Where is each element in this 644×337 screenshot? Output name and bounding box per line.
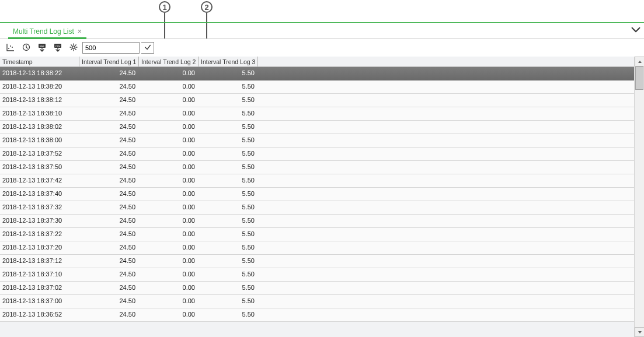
tab-multi-trend-log-list[interactable]: Multi Trend Log List × — [8, 25, 86, 39]
cell-trend-log-2: 0.00 — [139, 228, 199, 241]
scroll-down-button[interactable] — [635, 327, 644, 337]
cell-trend-log-3: 5.50 — [199, 161, 258, 174]
cell-trend-log-3: 5.50 — [199, 94, 258, 107]
apply-count-button[interactable] — [141, 42, 154, 54]
cell-trend-log-3: 5.50 — [199, 67, 258, 80]
cell-timestamp: 2018-12-13 18:36:52 — [0, 308, 79, 321]
cell-trend-log-2: 0.00 — [139, 255, 199, 268]
col-header-timestamp[interactable]: Timestamp — [0, 57, 79, 67]
table-row[interactable]: 2018-12-13 18:37:2024.500.005.50 — [0, 241, 634, 255]
cell-trend-log-3: 5.50 — [199, 215, 258, 227]
table-row[interactable]: 2018-12-13 18:37:4224.500.005.50 — [0, 174, 634, 188]
table-row[interactable]: 2018-12-13 18:36:5224.500.005.50 — [0, 308, 634, 322]
cell-trend-log-1: 24.50 — [79, 188, 139, 201]
cell-timestamp: 2018-12-13 18:38:12 — [0, 94, 79, 107]
svg-point-0 — [8, 48, 9, 49]
cell-timestamp: 2018-12-13 18:38:10 — [0, 107, 79, 120]
cell-trend-log-1: 24.50 — [79, 148, 139, 160]
col-header-trend-log-1[interactable]: Interval Trend Log 1 — [79, 57, 139, 67]
cell-trend-log-2: 0.00 — [139, 308, 199, 321]
table-row[interactable]: 2018-12-13 18:38:2224.500.005.50 — [0, 67, 634, 80]
cell-timestamp: 2018-12-13 18:37:00 — [0, 295, 79, 308]
svg-text:CSV: CSV — [55, 44, 61, 47]
table-row[interactable]: 2018-12-13 18:38:1224.500.005.50 — [0, 94, 634, 107]
table-row[interactable]: 2018-12-13 18:38:0024.500.005.50 — [0, 134, 634, 148]
table-row[interactable]: 2018-12-13 18:38:2024.500.005.50 — [0, 80, 634, 94]
record-count-input[interactable] — [82, 42, 140, 54]
table-row[interactable]: 2018-12-13 18:38:0224.500.005.50 — [0, 121, 634, 134]
cell-timestamp: 2018-12-13 18:37:40 — [0, 188, 79, 201]
cell-trend-log-2: 0.00 — [139, 201, 199, 214]
cell-timestamp: 2018-12-13 18:37:32 — [0, 201, 79, 214]
cell-trend-log-1: 24.50 — [79, 268, 139, 281]
cell-trend-log-2: 0.00 — [139, 174, 199, 187]
vertical-scrollbar[interactable] — [634, 57, 644, 337]
table-row[interactable]: 2018-12-13 18:37:5024.500.005.50 — [0, 161, 634, 174]
tab-bar: Multi Trend Log List × — [0, 23, 644, 39]
settings-button[interactable] — [67, 41, 81, 55]
scroll-thumb[interactable] — [635, 66, 643, 90]
cell-trend-log-3: 5.50 — [199, 107, 258, 120]
cell-trend-log-1: 24.50 — [79, 161, 139, 174]
cell-trend-log-2: 0.00 — [139, 295, 199, 308]
cell-trend-log-3: 5.50 — [199, 188, 258, 201]
col-header-trend-log-2[interactable]: Interval Trend Log 2 — [139, 57, 199, 67]
tab-close-button[interactable]: × — [78, 27, 82, 36]
export-csv-button[interactable]: CSV — [51, 41, 65, 55]
csv-export-icon: CSV — [53, 43, 62, 54]
cell-timestamp: 2018-12-13 18:37:42 — [0, 174, 79, 187]
cell-timestamp: 2018-12-13 18:38:02 — [0, 121, 79, 134]
main-panel: Multi Trend Log List × XML — [0, 22, 644, 337]
tab-overflow-button[interactable] — [631, 25, 640, 34]
table-row[interactable]: 2018-12-13 18:37:2224.500.005.50 — [0, 228, 634, 241]
table-row[interactable]: 2018-12-13 18:37:0224.500.005.50 — [0, 282, 634, 295]
export-xml-button[interactable]: XML — [35, 41, 49, 55]
cell-trend-log-2: 0.00 — [139, 161, 199, 174]
cell-timestamp: 2018-12-13 18:37:52 — [0, 148, 79, 160]
time-range-button[interactable] — [19, 41, 33, 55]
table-row[interactable]: 2018-12-13 18:37:3224.500.005.50 — [0, 201, 634, 215]
cell-timestamp: 2018-12-13 18:37:22 — [0, 228, 79, 241]
table-row[interactable]: 2018-12-13 18:37:3024.500.005.50 — [0, 215, 634, 228]
cell-trend-log-3: 5.50 — [199, 121, 258, 134]
scroll-track[interactable] — [635, 66, 644, 327]
cell-trend-log-1: 24.50 — [79, 174, 139, 187]
svg-point-8 — [72, 45, 75, 48]
toolbar: XML CSV — [0, 39, 644, 57]
cell-trend-log-2: 0.00 — [139, 268, 199, 281]
xml-export-icon: XML — [37, 43, 47, 54]
gear-icon — [69, 43, 78, 54]
cell-trend-log-3: 5.50 — [199, 255, 258, 268]
cell-timestamp: 2018-12-13 18:37:10 — [0, 268, 79, 281]
svg-line-15 — [71, 48, 72, 49]
table-row[interactable]: 2018-12-13 18:37:4024.500.005.50 — [0, 188, 634, 201]
svg-line-14 — [75, 48, 76, 49]
cell-trend-log-3: 5.50 — [199, 228, 258, 241]
tab-label: Multi Trend Log List — [13, 27, 74, 36]
table-row[interactable]: 2018-12-13 18:37:0024.500.005.50 — [0, 295, 634, 308]
cell-timestamp: 2018-12-13 18:37:50 — [0, 161, 79, 174]
col-header-spacer — [258, 57, 634, 67]
cell-trend-log-3: 5.50 — [199, 295, 258, 308]
table-row[interactable]: 2018-12-13 18:37:1224.500.005.50 — [0, 255, 634, 268]
cell-timestamp: 2018-12-13 18:37:02 — [0, 282, 79, 294]
cell-timestamp: 2018-12-13 18:37:20 — [0, 241, 79, 254]
col-header-trend-log-3[interactable]: Interval Trend Log 3 — [199, 57, 258, 67]
cell-trend-log-2: 0.00 — [139, 282, 199, 294]
chart-view-button[interactable] — [4, 41, 18, 55]
table-row[interactable]: 2018-12-13 18:37:1024.500.005.50 — [0, 268, 634, 282]
table-row[interactable]: 2018-12-13 18:37:5224.500.005.50 — [0, 148, 634, 161]
annotation-number-2: 2 — [201, 1, 213, 13]
cell-trend-log-1: 24.50 — [79, 134, 139, 147]
table-row[interactable]: 2018-12-13 18:38:1024.500.005.50 — [0, 107, 634, 121]
cell-trend-log-3: 5.50 — [199, 174, 258, 187]
cell-trend-log-3: 5.50 — [199, 134, 258, 147]
scroll-up-button[interactable] — [635, 57, 644, 66]
svg-line-13 — [71, 44, 72, 45]
triangle-down-icon — [638, 329, 642, 336]
cell-trend-log-3: 5.50 — [199, 268, 258, 281]
content-area: Timestamp Interval Trend Log 1 Interval … — [0, 57, 644, 337]
table-header-row: Timestamp Interval Trend Log 1 Interval … — [0, 57, 634, 67]
svg-point-2 — [12, 47, 13, 48]
cell-trend-log-2: 0.00 — [139, 241, 199, 254]
